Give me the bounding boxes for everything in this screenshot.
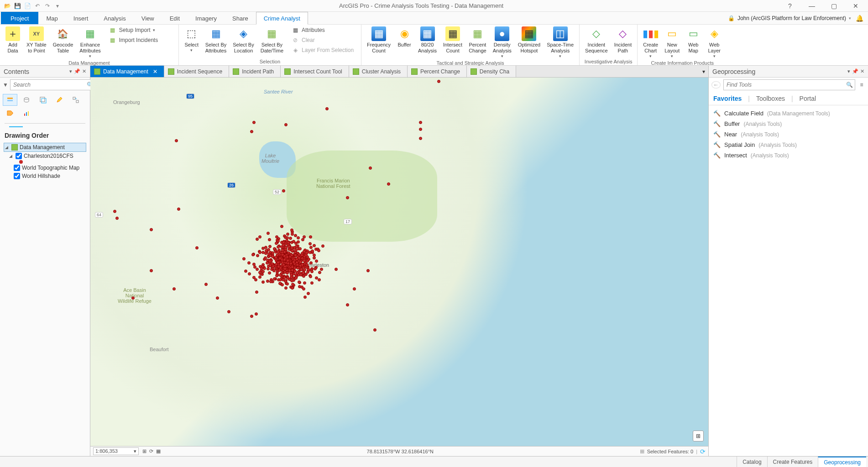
tab-edit[interactable]: Edit bbox=[162, 12, 188, 24]
select-by-datetime-button[interactable]: ▦Select By Date/Time bbox=[258, 26, 286, 55]
setup-import-button[interactable]: ▦Setup Import bbox=[107, 26, 176, 35]
map-tab-percent-change[interactable]: Percent Change bbox=[408, 66, 467, 77]
list-by-source-icon[interactable] bbox=[19, 94, 34, 106]
notification-bell-icon[interactable]: 🔔 bbox=[856, 15, 863, 22]
panel-pin-icon[interactable]: 📌 bbox=[852, 68, 858, 74]
clear-selection-button[interactable]: ⊘Clear bbox=[290, 36, 358, 45]
undo-icon[interactable]: ↶ bbox=[34, 2, 41, 10]
gp-tab-favorites[interactable]: Favorites bbox=[713, 95, 742, 102]
web-map-button[interactable]: ▭Web Map bbox=[683, 26, 703, 55]
panel-dropdown-icon[interactable]: ▾ bbox=[69, 68, 72, 74]
pause-drawing-icon[interactable]: ⊞ bbox=[142, 448, 146, 454]
incident-sequence-button[interactable]: ◇Incident Sequence bbox=[582, 26, 611, 55]
attributes-button[interactable]: ▦Attributes bbox=[290, 26, 358, 35]
buffer-button[interactable]: ◉Buffer bbox=[394, 26, 414, 49]
gp-tool-near[interactable]: 🔨Near (Analysis Tools) bbox=[713, 129, 863, 140]
new-project-icon[interactable]: 📄 bbox=[24, 2, 31, 10]
footer-tab-create-features[interactable]: Create Features bbox=[767, 457, 818, 467]
layer-visibility-checkbox[interactable] bbox=[14, 173, 20, 179]
map-view[interactable]: Orangeburg Beaufort Lake Moultrie Santee… bbox=[90, 78, 708, 446]
map-tab-incident-sequence[interactable]: Incident Sequence bbox=[164, 66, 229, 77]
qat-customize-icon[interactable]: ▾ bbox=[54, 2, 61, 10]
filter-icon[interactable]: ▼ bbox=[3, 82, 8, 88]
gp-back-button[interactable]: ← bbox=[711, 81, 721, 88]
list-by-labeling-icon[interactable] bbox=[3, 108, 17, 119]
contents-search[interactable]: 🔍 bbox=[10, 79, 96, 90]
tab-map[interactable]: Map bbox=[38, 12, 65, 24]
gp-search[interactable]: 🔍 bbox=[723, 79, 855, 90]
map-navigator-icon[interactable]: ⊞ bbox=[693, 431, 704, 441]
scale-combo[interactable]: 1:806,353▾ bbox=[93, 447, 139, 455]
space-time-analysis-button[interactable]: ◫Space-Time Analysis bbox=[544, 26, 576, 59]
map-tab-cluster-analysis[interactable]: Cluster Analysis bbox=[349, 66, 408, 77]
user-chip[interactable]: 🔒 John (ArcGIS Platform for Law Enforcem… bbox=[728, 15, 851, 21]
enhance-attributes-button[interactable]: ▦Enhance Attributes bbox=[77, 26, 103, 59]
footer-tab-catalog[interactable]: Catalog bbox=[737, 457, 767, 467]
layer-visibility-checkbox[interactable] bbox=[16, 153, 22, 159]
gp-tab-portal[interactable]: Portal bbox=[800, 95, 816, 102]
frequency-count-button[interactable]: ▦Frequency Count bbox=[364, 26, 393, 55]
panel-close-icon[interactable]: ✕ bbox=[860, 68, 864, 74]
tab-analysis[interactable]: Analysis bbox=[96, 12, 133, 24]
panel-dropdown-icon[interactable]: ▾ bbox=[847, 68, 850, 74]
select-by-attributes-button[interactable]: ▦Select By Attributes bbox=[203, 26, 229, 55]
8020-analysis-button[interactable]: ▦80/20 Analysis bbox=[415, 26, 439, 55]
xy-table-to-point-button[interactable]: XYXY Table to Point bbox=[24, 26, 49, 55]
open-project-icon[interactable]: 📂 bbox=[4, 2, 11, 10]
layer-from-selection-button[interactable]: ◈Layer From Selection bbox=[290, 46, 358, 55]
panel-close-icon[interactable]: ✕ bbox=[82, 68, 86, 74]
gp-tool-spatial-join[interactable]: 🔨Spatial Join (Analysis Tools) bbox=[713, 140, 863, 150]
map-tab-incident-path[interactable]: Incident Path bbox=[229, 66, 281, 77]
list-by-chart-icon[interactable] bbox=[19, 108, 34, 119]
map-tab-density[interactable]: Density Cha bbox=[467, 66, 516, 77]
gp-tool-buffer[interactable]: 🔨Buffer (Analysis Tools) bbox=[713, 119, 863, 129]
close-button[interactable]: ✕ bbox=[845, 0, 866, 12]
list-by-drawing-order-icon[interactable] bbox=[3, 94, 17, 106]
maximize-button[interactable]: ▢ bbox=[823, 0, 844, 12]
incident-path-button[interactable]: ◇Incident Path bbox=[612, 26, 635, 55]
select-button[interactable]: ⬚Select bbox=[182, 26, 202, 53]
grid-icon[interactable]: ▦ bbox=[156, 448, 161, 454]
contents-search-input[interactable] bbox=[10, 82, 85, 88]
percent-change-button[interactable]: ▦Percent Change bbox=[466, 26, 489, 55]
import-incidents-button[interactable]: ▦Import Incidents bbox=[107, 36, 176, 45]
toc-layer-charleston[interactable]: ◢ Charleston2016CFS bbox=[4, 152, 86, 160]
web-layer-button[interactable]: ◈Web Layer bbox=[704, 26, 724, 59]
map-tab-intersect-count[interactable]: Intersect Count Tool bbox=[281, 66, 349, 77]
create-chart-button[interactable]: ▮▮▮Create Chart bbox=[640, 26, 661, 59]
refresh-selection-icon[interactable]: ⟳ bbox=[700, 448, 706, 455]
new-layout-button[interactable]: ▭New Layout bbox=[662, 26, 682, 59]
tab-crime-analyst[interactable]: Crime Analyst bbox=[256, 12, 308, 25]
gp-menu-icon[interactable]: ≡ bbox=[858, 82, 865, 88]
gp-tool-calculate-field[interactable]: 🔨Calculate Field (Data Management Tools) bbox=[713, 108, 863, 119]
density-analysis-button[interactable]: ●Density Analysis bbox=[490, 26, 514, 59]
help-button[interactable]: ? bbox=[779, 0, 800, 12]
list-by-snapping-icon[interactable]: + bbox=[68, 94, 83, 106]
refresh-icon[interactable]: ⟳ bbox=[149, 448, 153, 454]
geocode-table-button[interactable]: 🏠Geocode Table bbox=[50, 26, 76, 55]
select-by-location-button[interactable]: ◈Select By Location bbox=[230, 26, 256, 55]
map-tab-data-management[interactable]: Data Management✕ bbox=[90, 66, 164, 77]
gp-search-input[interactable] bbox=[724, 82, 844, 88]
footer-tab-geoprocessing[interactable]: Geoprocessing bbox=[818, 457, 866, 467]
tab-project[interactable]: Project bbox=[1, 12, 38, 24]
optimized-hotspot-button[interactable]: ▦Optimized Hotspot bbox=[515, 26, 544, 55]
toc-layer-hillshade[interactable]: World Hillshade bbox=[4, 172, 86, 180]
close-icon[interactable]: ✕ bbox=[153, 68, 157, 75]
save-project-icon[interactable]: 💾 bbox=[14, 2, 21, 10]
map-tabs-overflow-icon[interactable]: ▾ bbox=[699, 66, 708, 77]
add-data-button[interactable]: ＋Add Data bbox=[3, 26, 23, 55]
gp-tab-toolboxes[interactable]: Toolboxes bbox=[756, 95, 785, 102]
tab-share[interactable]: Share bbox=[225, 12, 256, 24]
toc-map-root[interactable]: ◢ Data Management bbox=[4, 143, 86, 152]
list-by-selection-icon[interactable] bbox=[36, 94, 50, 106]
list-by-editing-icon[interactable] bbox=[52, 94, 67, 106]
tab-view[interactable]: View bbox=[134, 12, 162, 24]
tab-imagery[interactable]: Imagery bbox=[188, 12, 225, 24]
layer-visibility-checkbox[interactable] bbox=[14, 165, 20, 171]
intersect-count-button[interactable]: ▦Intersect Count bbox=[440, 26, 465, 55]
gp-tool-intersect[interactable]: 🔨Intersect (Analysis Tools) bbox=[713, 150, 863, 161]
redo-icon[interactable]: ↷ bbox=[44, 2, 51, 10]
tab-insert[interactable]: Insert bbox=[66, 12, 96, 24]
toc-layer-topo[interactable]: World Topographic Map bbox=[4, 164, 86, 172]
